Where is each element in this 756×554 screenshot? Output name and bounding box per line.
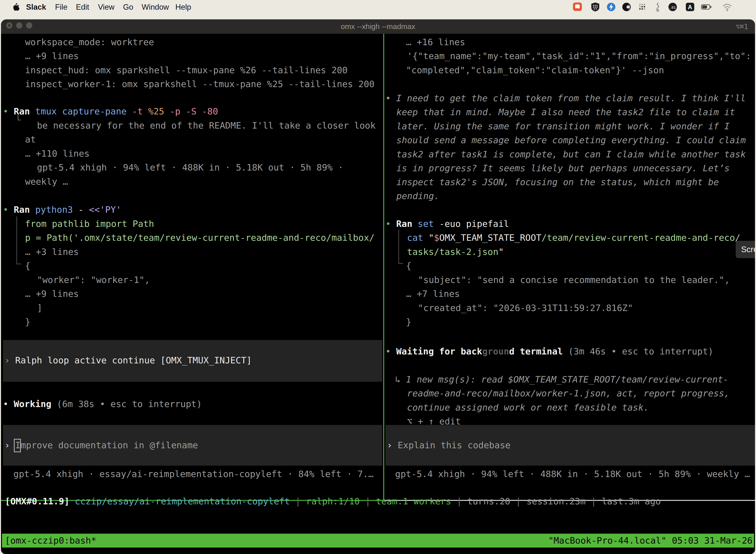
text-run: session:23m (526, 496, 585, 506)
window-title: omx --xhigh --madmax (1, 22, 755, 31)
text-run: cczip/essay/ai-reimplementation-copyleft (75, 496, 290, 506)
omx-hud-line: [OMX#0.11.9] cczip/essay/ai-reimplementa… (5, 496, 661, 507)
battery-status-icon[interactable] (701, 2, 711, 12)
menu-item-window[interactable]: Window (142, 2, 169, 12)
dots-grid-status-icon[interactable] (637, 2, 647, 12)
blue-bolt-status-icon[interactable] (606, 2, 616, 12)
macos-menu-bar: SlackFileEditViewGoWindowHelp ..61A (0, 0, 756, 14)
desktop: SlackFileEditViewGoWindowHelp ..61A omx … (0, 0, 756, 554)
crescent-status-icon[interactable] (622, 2, 631, 12)
text-run: last:3m ago (602, 496, 661, 506)
letter-a-status-icon[interactable]: A (685, 2, 695, 12)
menu-item-go[interactable]: Go (123, 2, 133, 12)
text-run: | (451, 496, 467, 506)
stats-61-badge-icon[interactable]: ..61 (668, 2, 678, 12)
text-run: | (290, 496, 306, 506)
svg-text:A: A (688, 4, 692, 10)
text-run: ralph:1/10 (306, 496, 360, 506)
text-run: | (586, 496, 602, 506)
omx-hud-pane: [OMX#0.11.9] cczip/essay/ai-reimplementa… (1, 34, 755, 554)
apple-menu-icon[interactable] (12, 3, 20, 12)
chat-app-status-icon[interactable] (572, 2, 582, 12)
wifi-status-icon[interactable] (722, 2, 732, 12)
text-run: team:1 workers (376, 496, 451, 506)
menu-item-help[interactable]: Help (175, 2, 191, 12)
menu-item-file[interactable]: File (55, 2, 67, 12)
svg-text:..61: ..61 (670, 5, 676, 9)
menu-item-view[interactable]: View (98, 2, 115, 12)
text-run: | (510, 496, 526, 506)
menu-item-edit[interactable]: Edit (76, 2, 89, 12)
text-run: turns:20 (467, 496, 510, 506)
menu-item-slack[interactable]: Slack (26, 2, 46, 12)
screen-sharing-tooltip: Scre (736, 241, 755, 258)
tmux-session-label: [omx-cczip0:bash* (5, 534, 96, 548)
text-run: [OMX#0.11.9] (5, 496, 75, 506)
window-title-bar[interactable]: omx --xhigh --madmax ⌥⌘1 (1, 19, 755, 34)
terminal-window: omx --xhigh --madmax ⌥⌘1 workspace_mode:… (1, 19, 755, 554)
window-shortcut-badge: ⌥⌘1 (736, 22, 748, 31)
shield-keypad-status-icon[interactable] (590, 2, 600, 12)
text-run: | (360, 496, 376, 506)
snake-status-icon[interactable] (653, 2, 663, 12)
tmux-host-clock-label: "MacBook-Pro-44.local" 05:03 31-Mar-26 (548, 534, 753, 548)
terminal-content: workspace_mode: worktree… +9 linesinspec… (1, 34, 755, 554)
tmux-status-bar: [omx-cczip0:bash* "MacBook-Pro-44.local"… (2, 534, 754, 548)
